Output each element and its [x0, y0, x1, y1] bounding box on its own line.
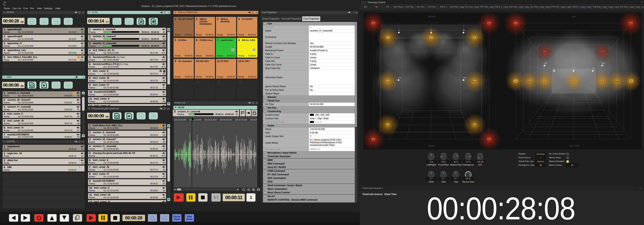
svg-text:Rss: Rss — [473, 80, 476, 82]
svg-text:Lss: Lss — [528, 80, 531, 82]
svg-text:C: C — [573, 67, 575, 70]
svg-text:L: L — [554, 67, 555, 70]
svg-text:L: L — [398, 29, 400, 31]
svg-text:R: R — [602, 80, 603, 82]
svg-text:Lrs: Lrs — [387, 124, 389, 126]
svg-text:C: C — [431, 29, 432, 31]
svg-text:Rtf: Rtf — [602, 52, 604, 53]
svg-text:Rrs: Rrs — [463, 76, 466, 79]
svg-text:Ltr: Ltr — [372, 138, 374, 140]
svg-text:Ltf: Ltf — [372, 22, 374, 24]
svg-text:Rtf: Rtf — [488, 22, 490, 24]
svg-text:Ltr: Ltr — [515, 22, 517, 24]
svg-text:Rrs: Rrs — [602, 62, 605, 64]
svg-text:Rtr: Rtr — [630, 22, 632, 24]
svg-text:L: L — [388, 37, 388, 38]
svg-text:R: R — [463, 29, 465, 31]
svg-text:L: L — [544, 80, 545, 82]
svg-text:C: C — [430, 37, 432, 38]
svg-text:Lss: Lss — [386, 80, 389, 82]
svg-text:Lrs: Lrs — [544, 62, 547, 64]
svg-text:Rtr: Rtr — [488, 138, 490, 140]
svg-text:Rrs: Rrs — [473, 124, 476, 126]
svg-text:C: C — [573, 80, 574, 82]
svg-text:Rrs: Rrs — [630, 80, 633, 82]
svg-text:R: R — [592, 67, 594, 70]
svg-text:R: R — [474, 37, 475, 38]
svg-text:Rss: Rss — [616, 80, 618, 82]
svg-text:Lrs: Lrs — [398, 76, 401, 79]
svg-text:Lrs: Lrs — [514, 80, 517, 82]
svg-text:Ltf: Ltf — [544, 52, 546, 53]
